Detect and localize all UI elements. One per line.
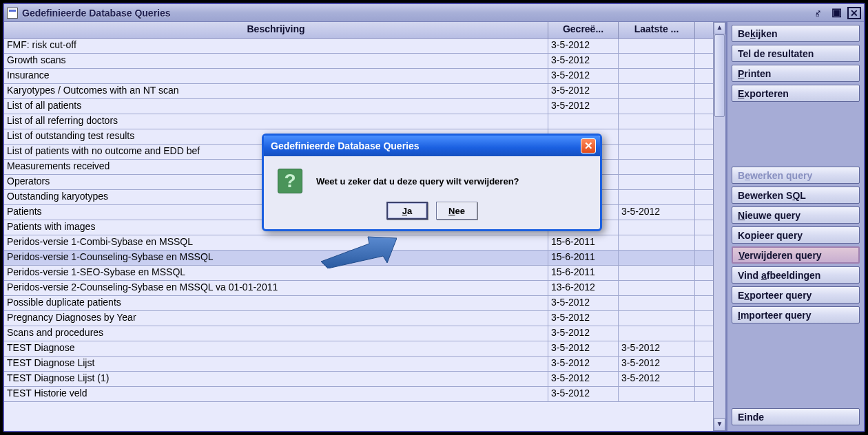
table-row[interactable]: TEST Diagnose3-5-20123-5-2012 [4,341,713,357]
cell-last [619,266,695,280]
cell-description: Scans and procedures [4,326,548,341]
column-header-created[interactable]: Gecreë... [548,22,619,38]
cell-created: 3-5-2012 [548,341,619,356]
table-row[interactable]: TEST Diagnose Lijst3-5-20123-5-2012 [4,357,713,372]
table-row[interactable]: List of all patients3-5-2012 [4,99,713,114]
cell-last: 3-5-2012 [619,205,695,220]
maximize-icon[interactable]: ▣ [829,7,843,19]
column-header-last[interactable]: Laatste ... [619,22,695,38]
scroll-down-icon[interactable]: ▼ [714,418,725,431]
edit-query-button[interactable]: Bewerken query [732,167,860,184]
find-images-button[interactable]: Vind afbeeldingen [732,266,860,284]
cell-created: 3-5-2012 [548,326,619,341]
cell-description: Karyotypes / Outcomes with an NT scan [4,84,548,98]
cell-last [619,326,695,341]
end-button[interactable]: Einde [732,408,860,425]
scroll-thumb[interactable] [714,34,725,117]
cell-created: 3-5-2012 [548,39,619,53]
cell-last [619,99,695,114]
dialog-titlebar: Gedefinieerde Database Queries ✕ [264,136,600,156]
edit-sql-button[interactable]: Bewerken SQL [732,187,860,204]
cell-last [619,387,695,401]
delete-query-button[interactable]: Verwijderen query [732,246,860,264]
cell-created: 3-5-2012 [548,296,619,310]
cell-last [619,251,695,265]
cell-created: 15-6-2011 [548,251,619,265]
question-icon: ? [278,169,302,193]
new-query-button[interactable]: Nieuwe query [732,206,860,224]
yes-button[interactable]: Ja [386,202,428,220]
window-icon [7,8,18,19]
cell-last [619,175,695,189]
cell-description: FMF: risk cut-off [4,39,548,53]
table-row[interactable]: Peridos-versie 1-Counseling-Sybase en MS… [4,251,713,266]
copy-query-button[interactable]: Kopieer query [732,226,860,244]
window-controls: ▫⤢ ▣ ✕ [812,7,861,19]
table-row[interactable]: Scans and procedures3-5-2012 [4,326,713,341]
table-row[interactable]: Possible duplicate patients3-5-2012 [4,296,713,311]
cell-created: 3-5-2012 [548,84,619,98]
cell-created: 3-5-2012 [548,311,619,326]
cell-created: 3-5-2012 [548,54,619,68]
import-query-button[interactable]: Importeer query [732,306,860,323]
cell-last [619,311,695,326]
cell-created: 15-6-2011 [548,266,619,280]
scroll-track[interactable] [714,34,725,418]
table-row[interactable]: Peridos-versie 1-SEO-Sybase en MSSQL15-6… [4,266,713,281]
table-row[interactable]: List of all referring doctors [4,114,713,129]
dialog-buttons: Ja Nee [264,202,600,229]
minimize-icon[interactable]: ▫⤢ [812,7,825,19]
table-row[interactable]: Insurance3-5-2012 [4,69,713,84]
cell-description: List of all referring doctors [4,114,548,129]
column-header-description[interactable]: Beschrijving [4,22,548,38]
export-button[interactable]: Exporteren [732,85,860,102]
cell-description: TEST Historie veld [4,387,548,401]
dialog-close-icon[interactable]: ✕ [581,138,596,153]
sidebar: Bekijken Tel de resultaten Printen Expor… [726,22,864,431]
cell-last [619,296,695,310]
vertical-scrollbar[interactable]: ▲ ▼ [713,22,725,431]
dialog-message: Weet u zeker dat u deze query wilt verwi… [316,176,519,187]
cell-last [619,145,695,159]
table-row[interactable]: Peridos-versie 1-Combi-Sybase en MSSQL15… [4,235,713,251]
table-row[interactable]: TEST Historie veld3-5-2012 [4,387,713,402]
table-row[interactable]: Growth scans3-5-2012 [4,54,713,69]
close-icon[interactable]: ✕ [847,7,861,19]
cell-last: 3-5-2012 [619,357,695,371]
cell-created: 3-5-2012 [548,372,619,386]
dialog-body: ? Weet u zeker dat u deze query wilt ver… [264,156,600,202]
cell-last [619,160,695,174]
cell-last: 3-5-2012 [619,372,695,386]
cell-description: Peridos-versie 2-Counseling-Sybase en MS… [4,281,548,295]
cell-created: 3-5-2012 [548,69,619,83]
no-button[interactable]: Nee [436,202,477,220]
cell-description: Pregnancy Diagnoses by Year [4,311,548,326]
cell-last [619,190,695,204]
cell-description: Peridos-versie 1-Counseling-Sybase en MS… [4,251,548,265]
cell-description: TEST Diagnose [4,341,548,356]
count-results-button[interactable]: Tel de resultaten [732,45,860,62]
cell-description: Peridos-versie 1-SEO-Sybase en MSSQL [4,266,548,280]
cell-description: TEST Diagnose Lijst (1) [4,372,548,386]
export-query-button[interactable]: Exporteer query [732,286,860,304]
table-row[interactable]: Peridos-versie 2-Counseling-Sybase en MS… [4,281,713,296]
view-button[interactable]: Bekijken [732,25,860,42]
table-row[interactable]: Karyotypes / Outcomes with an NT scan3-5… [4,84,713,99]
cell-last [619,69,695,83]
cell-last: 3-5-2012 [619,341,695,356]
cell-description: Possible duplicate patients [4,296,548,310]
titlebar: Gedefinieerde Database Queries ▫⤢ ▣ ✕ [4,4,864,22]
cell-created [548,114,619,129]
cell-description: Insurance [4,69,548,83]
cell-last [619,84,695,98]
table-row[interactable]: Pregnancy Diagnoses by Year3-5-2012 [4,311,713,326]
cell-description: Growth scans [4,54,548,68]
table-row[interactable]: FMF: risk cut-off3-5-2012 [4,39,713,54]
scroll-up-icon[interactable]: ▲ [714,22,725,34]
cell-last [619,220,695,235]
cell-created: 15-6-2011 [548,235,619,250]
print-button[interactable]: Printen [732,65,860,82]
cell-created: 3-5-2012 [548,99,619,114]
grid-header: Beschrijving Gecreë... Laatste ... [4,22,713,39]
table-row[interactable]: TEST Diagnose Lijst (1)3-5-20123-5-2012 [4,372,713,387]
